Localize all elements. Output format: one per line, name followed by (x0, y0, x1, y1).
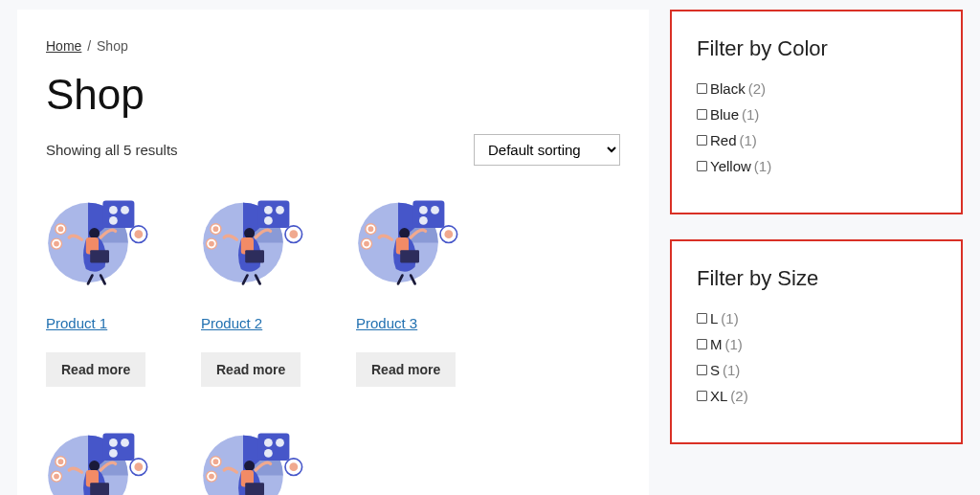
product-grid: Product 1 Read more Product 2 Read more … (46, 185, 620, 495)
checkbox-icon (697, 339, 707, 349)
filter-item[interactable]: L(1) (697, 310, 936, 326)
product-image[interactable] (201, 185, 306, 290)
read-more-button[interactable]: Read more (201, 352, 301, 387)
breadcrumb: Home / Shop (46, 38, 620, 54)
widget-title: Filter by Color (697, 36, 936, 61)
product-image[interactable] (201, 417, 306, 495)
breadcrumb-separator: / (85, 38, 93, 54)
breadcrumb-home-link[interactable]: Home (46, 38, 81, 54)
checkbox-icon (697, 365, 707, 375)
filter-list: Black(2) Blue(1) Red(1) Yellow(1) (697, 80, 936, 174)
product-card: Product 1 Read more (46, 185, 170, 387)
breadcrumb-current: Shop (97, 38, 128, 54)
checkbox-icon (697, 135, 707, 146)
filter-list: L(1) M(1) S(1) XL(2) (697, 310, 936, 404)
checkbox-icon (697, 83, 707, 94)
checkbox-icon (697, 313, 707, 324)
product-image[interactable] (46, 417, 151, 495)
product-title-link[interactable]: Product 3 (356, 315, 417, 331)
filter-item[interactable]: M(1) (697, 336, 936, 352)
checkbox-icon (697, 109, 707, 120)
main-content: Home / Shop Shop Showing all 5 results D… (17, 10, 649, 495)
filter-color-widget: Filter by Color Black(2) Blue(1) Red(1) … (670, 10, 963, 214)
product-image[interactable] (46, 185, 151, 290)
product-title-link[interactable]: Product 1 (46, 315, 107, 331)
toolbar: Showing all 5 results Default sorting (46, 134, 620, 166)
product-card: Product 2 Read more (201, 185, 325, 387)
product-card (201, 417, 325, 495)
filter-item[interactable]: S(1) (697, 362, 936, 378)
checkbox-icon (697, 391, 707, 401)
widget-title: Filter by Size (697, 266, 936, 291)
page-title: Shop (46, 71, 620, 119)
filter-item[interactable]: Black(2) (697, 80, 936, 97)
filter-size-widget: Filter by Size L(1) M(1) S(1) XL(2) (670, 239, 963, 444)
result-count: Showing all 5 results (46, 142, 178, 158)
checkbox-icon (697, 161, 707, 171)
product-title-link[interactable]: Product 2 (201, 315, 262, 331)
product-card: Product 3 Read more (356, 185, 480, 387)
sidebar: Filter by Color Black(2) Blue(1) Red(1) … (670, 10, 963, 495)
sort-select[interactable]: Default sorting (474, 134, 620, 166)
read-more-button[interactable]: Read more (46, 352, 145, 387)
filter-item[interactable]: Blue(1) (697, 106, 936, 123)
product-card: Product 4 Read more (46, 417, 170, 495)
filter-item[interactable]: XL(2) (697, 388, 936, 404)
product-image[interactable] (356, 185, 461, 290)
read-more-button[interactable]: Read more (356, 352, 456, 387)
filter-item[interactable]: Yellow(1) (697, 158, 936, 174)
filter-item[interactable]: Red(1) (697, 132, 936, 148)
